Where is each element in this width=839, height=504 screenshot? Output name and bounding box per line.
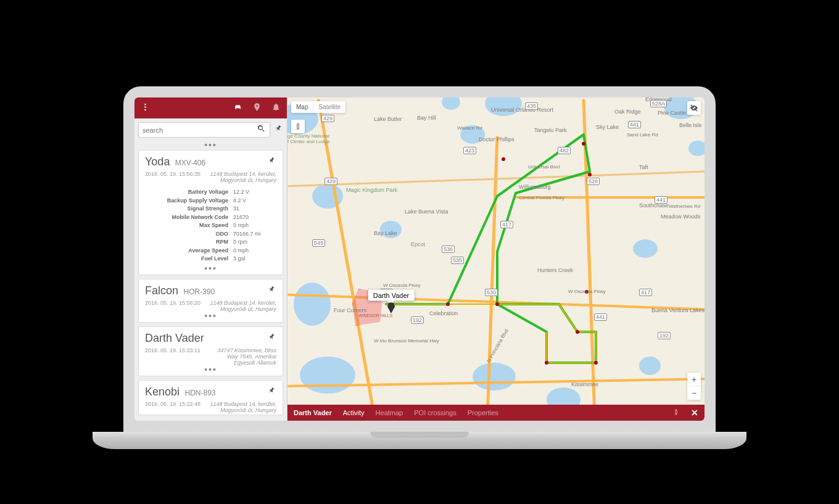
- vehicle-card[interactable]: Darth Vader 2016. 05. 19. 15:23:11 34747…: [138, 326, 283, 376]
- pin-icon[interactable]: [267, 156, 276, 168]
- pin-icon[interactable]: [267, 386, 276, 398]
- vehicle-name: Darth Vader: [145, 332, 204, 344]
- map-road-label: Sand Lake Rd: [627, 132, 658, 138]
- map-place-label: Buena Ventura Lakes: [651, 307, 705, 313]
- stat-label: Backup Supply Voltage: [145, 197, 233, 205]
- map-place-label: Meadow Woods: [661, 213, 700, 220]
- bell-icon[interactable]: [271, 102, 281, 114]
- map-road-label: W Osceola Pkwy: [568, 289, 605, 294]
- search-row: [134, 118, 287, 141]
- route-shield: 528: [587, 178, 600, 185]
- vehicle-time: 2016. 05. 19. 15:56:35: [145, 171, 200, 183]
- svg-point-4: [239, 107, 240, 107]
- vehicle-plate: MXV-406: [175, 159, 205, 167]
- map-place-label: Oak Ridge: [614, 109, 641, 115]
- route-shield: 441: [628, 121, 641, 128]
- stat-label: Battery Voltage: [145, 188, 233, 197]
- ellipsis-icon[interactable]: •••: [145, 312, 276, 321]
- route-shield: 423: [463, 147, 476, 154]
- route-shield: 441: [655, 196, 667, 204]
- route-shield: 429: [324, 178, 337, 185]
- vehicle-time: 2016. 05. 19. 15:23:11: [145, 347, 200, 366]
- search-input[interactable]: [143, 126, 257, 134]
- location-icon[interactable]: [252, 102, 262, 114]
- stat-label: Signal Strength: [145, 205, 233, 213]
- route-shield: 435: [525, 102, 538, 110]
- svg-point-16: [297, 126, 299, 127]
- traffic-icon[interactable]: [291, 120, 305, 133]
- stat-label: Fuel Level: [145, 255, 233, 263]
- map[interactable]: Universal Orlando Resort Oak Ridge Pine …: [287, 97, 705, 421]
- map-mode-map[interactable]: Map: [291, 101, 313, 113]
- stat-value: 12.2 V: [233, 188, 276, 197]
- stat-value: 70166.7 mi: [233, 230, 276, 239]
- map-place-label: Bay Hill: [417, 115, 436, 121]
- stat-label: ODO: [145, 230, 233, 239]
- tab-activity[interactable]: Activity: [343, 409, 365, 416]
- tab-heatmap[interactable]: Heatmap: [376, 409, 403, 416]
- svg-point-10: [576, 330, 579, 334]
- route-shield: 429: [321, 115, 334, 122]
- stat-label: RPM: [145, 238, 233, 247]
- vehicle-name: Yoda: [145, 155, 170, 168]
- map-place-label: Taft: [639, 164, 648, 170]
- stat-value: 21670: [233, 213, 276, 222]
- route-shield: 528A: [650, 100, 667, 107]
- ellipsis-icon[interactable]: •••: [134, 141, 287, 150]
- pin-icon[interactable]: [267, 285, 276, 297]
- pin-icon[interactable]: [267, 333, 276, 344]
- svg-point-11: [594, 361, 598, 365]
- tab-poi[interactable]: POI crossings: [414, 409, 456, 416]
- map-place-label: Magic Kingdom Park: [346, 187, 397, 193]
- sidebar-topbar: [134, 97, 287, 118]
- map-place-label: Universal Orlando Resort: [491, 107, 553, 113]
- pin-all-icon[interactable]: [274, 124, 283, 136]
- vehicle-time: 2016. 05. 19. 15:22:48: [145, 401, 200, 413]
- map-mode-switch[interactable]: Map Satellite: [291, 101, 345, 113]
- search-icon[interactable]: [257, 124, 266, 136]
- svg-point-0: [144, 103, 146, 105]
- ellipsis-icon[interactable]: •••: [145, 366, 276, 374]
- close-icon[interactable]: ✕: [691, 408, 698, 418]
- map-marker-icon[interactable]: [387, 302, 395, 313]
- svg-point-5: [502, 157, 505, 161]
- map-place-label: Doctor Phillips: [479, 136, 515, 143]
- svg-point-9: [446, 302, 450, 306]
- expand-icon[interactable]: [672, 408, 680, 417]
- map-place-label: Williamsburg: [519, 184, 551, 190]
- map-road-label: W Osceola Pkwy: [383, 283, 420, 288]
- map-place-label: Hunters Creek: [537, 267, 573, 273]
- map-road-label: W Irlo Bronson Memorial Hwy: [374, 338, 439, 344]
- route-shield: 536: [442, 246, 455, 253]
- ellipsis-icon[interactable]: •••: [145, 265, 276, 273]
- map-marker-label[interactable]: Darth Vader: [368, 290, 415, 301]
- vehicle-card[interactable]: Kenobi HDN-893 2016. 05. 19. 15:22:48 11…: [138, 380, 283, 415]
- menu-icon[interactable]: [141, 102, 150, 114]
- vehicle-name: Kenobi: [145, 386, 180, 398]
- visibility-off-icon[interactable]: [687, 101, 701, 115]
- route-shield: 441: [594, 313, 607, 321]
- vehicle-list: Yoda MXV-406 2016. 05. 19. 15:56:35 1148…: [134, 150, 287, 421]
- map-place-label: WINDSOR HILLS: [358, 313, 392, 318]
- map-mode-satellite[interactable]: Satellite: [313, 101, 345, 113]
- vehicle-address: 1148 Budapest 14. kerület, Mogyoródi út,…: [207, 171, 276, 183]
- zoom-in-button[interactable]: +: [687, 373, 701, 386]
- zoom-out-button[interactable]: −: [687, 386, 701, 400]
- vehicle-time: 2016. 05. 19. 15:56:20: [145, 300, 200, 312]
- vehicle-icon[interactable]: [233, 102, 242, 114]
- map-place-label: Lake Butler: [374, 116, 402, 122]
- route-shield: 482: [558, 147, 571, 154]
- svg-point-17: [297, 128, 299, 129]
- detail-bar: Darth Vader Activity Heatmap POI crossin…: [287, 405, 705, 421]
- stat-value: 0 mph: [233, 247, 276, 255]
- search-box[interactable]: [138, 122, 270, 138]
- vehicle-plate: HDN-893: [185, 389, 216, 397]
- map-place-label: Lake Buena Vista: [405, 209, 448, 215]
- map-place-label: Belle Isle: [679, 122, 702, 128]
- stat-label: Mobile Network Code: [145, 213, 233, 222]
- vehicle-card[interactable]: Yoda MXV-406 2016. 05. 19. 15:56:35 1148…: [138, 150, 283, 275]
- tab-properties[interactable]: Properties: [468, 409, 498, 416]
- vehicle-card[interactable]: Falcon HOR-390 2016. 05. 19. 15:56:20 11…: [138, 279, 283, 323]
- zoom-control: + −: [687, 373, 701, 400]
- map-place-label: Pine Castle: [658, 110, 686, 116]
